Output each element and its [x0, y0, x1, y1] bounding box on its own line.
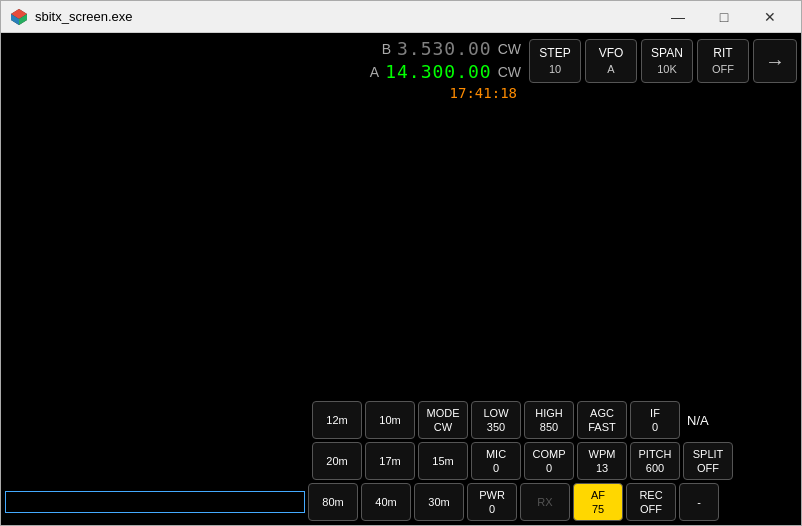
mic-value: 0 [493, 461, 499, 475]
band-10m-button[interactable]: 10m [365, 401, 415, 439]
bottom-section: 12m 10m MODE CW LOW 350 HIGH 850 AGC FAS… [1, 401, 801, 525]
top-controls: STEP 10 VFO A SPAN 10K RIT OFF → [529, 39, 797, 83]
split-value: OFF [697, 461, 719, 475]
menu-button[interactable]: → [753, 39, 797, 83]
comp-top-label: COMP [533, 447, 566, 461]
mode-top-label: MODE [427, 406, 460, 420]
vfo-label: VFO [599, 46, 624, 62]
minimize-button[interactable]: — [655, 1, 701, 33]
clock-display: 17:41:18 [450, 85, 521, 101]
main-content: B 3.530.00 CW A 14.300.00 CW 17:41:18 ST… [1, 33, 801, 525]
comp-button[interactable]: COMP 0 [524, 442, 574, 480]
button-row-3: 80m 40m 30m PWR 0 RX AF 75 REC OFF - [5, 483, 797, 521]
freq-b-label: B [379, 40, 391, 58]
pwr-value: 0 [489, 502, 495, 516]
pitch-top-label: PITCH [639, 447, 672, 461]
rec-value: OFF [640, 502, 662, 516]
freq-a-mode: CW [498, 63, 521, 81]
low-button[interactable]: LOW 350 [471, 401, 521, 439]
button-row-1: 12m 10m MODE CW LOW 350 HIGH 850 AGC FAS… [5, 401, 797, 439]
if-top-label: IF [650, 406, 660, 420]
band-17m-button[interactable]: 17m [365, 442, 415, 480]
af-button[interactable]: AF 75 [573, 483, 623, 521]
freq-row-b: B 3.530.00 CW [379, 37, 521, 60]
high-button[interactable]: HIGH 850 [524, 401, 574, 439]
low-value: 350 [487, 420, 505, 434]
wpm-top-label: WPM [589, 447, 616, 461]
mic-button[interactable]: MIC 0 [471, 442, 521, 480]
agc-button[interactable]: AGC FAST [577, 401, 627, 439]
vfo-value: A [607, 62, 614, 76]
af-top-label: AF [591, 488, 605, 502]
rec-top-label: REC [639, 488, 662, 502]
span-button[interactable]: SPAN 10K [641, 39, 693, 83]
split-button[interactable]: SPLIT OFF [683, 442, 733, 480]
rx-button[interactable]: RX [520, 483, 570, 521]
pwr-button[interactable]: PWR 0 [467, 483, 517, 521]
split-top-label: SPLIT [693, 447, 724, 461]
text-input[interactable] [5, 491, 305, 513]
rit-label: RIT [713, 46, 732, 62]
mode-button[interactable]: MODE CW [418, 401, 468, 439]
header-row: B 3.530.00 CW A 14.300.00 CW 17:41:18 ST… [1, 33, 801, 102]
band-80m-button[interactable]: 80m [308, 483, 358, 521]
app-window: sbitx_screen.exe — □ ✕ B 3.530.00 CW A 1… [0, 0, 802, 526]
band-30m-button[interactable]: 30m [414, 483, 464, 521]
agc-value: FAST [588, 420, 616, 434]
dash-button[interactable]: - [679, 483, 719, 521]
maximize-button[interactable]: □ [701, 1, 747, 33]
freq-row-a: A 14.300.00 CW [367, 60, 521, 83]
window-controls: — □ ✕ [655, 1, 793, 33]
vfo-button[interactable]: VFO A [585, 39, 637, 83]
rit-value: OFF [712, 62, 734, 76]
high-top-label: HIGH [535, 406, 563, 420]
step-value: 10 [549, 62, 561, 76]
band-15m-button[interactable]: 15m [418, 442, 468, 480]
window-title: sbitx_screen.exe [35, 9, 655, 24]
freq-a-value: 14.300.00 [385, 60, 492, 83]
app-icon [9, 7, 29, 27]
mic-top-label: MIC [486, 447, 506, 461]
comp-value: 0 [546, 461, 552, 475]
wpm-value: 13 [596, 461, 608, 475]
mode-value: CW [434, 420, 452, 434]
close-button[interactable]: ✕ [747, 1, 793, 33]
step-button[interactable]: STEP 10 [529, 39, 581, 83]
rec-button[interactable]: REC OFF [626, 483, 676, 521]
rit-button[interactable]: RIT OFF [697, 39, 749, 83]
agc-top-label: AGC [590, 406, 614, 420]
na-label: N/A [687, 413, 709, 428]
pwr-top-label: PWR [479, 488, 505, 502]
wpm-button[interactable]: WPM 13 [577, 442, 627, 480]
span-value: 10K [657, 62, 677, 76]
freq-display: B 3.530.00 CW A 14.300.00 CW 17:41:18 [367, 37, 525, 102]
freq-b-mode: CW [498, 40, 521, 58]
if-button[interactable]: IF 0 [630, 401, 680, 439]
freq-a-label: A [367, 63, 379, 81]
step-label: STEP [539, 46, 570, 62]
band-12m-button[interactable]: 12m [312, 401, 362, 439]
af-value: 75 [592, 502, 604, 516]
span-label: SPAN [651, 46, 683, 62]
pitch-button[interactable]: PITCH 600 [630, 442, 680, 480]
low-top-label: LOW [483, 406, 508, 420]
band-40m-button[interactable]: 40m [361, 483, 411, 521]
if-value: 0 [652, 420, 658, 434]
button-row-2: 20m 17m 15m MIC 0 COMP 0 WPM 13 PITCH 60… [5, 442, 797, 480]
high-value: 850 [540, 420, 558, 434]
titlebar: sbitx_screen.exe — □ ✕ [1, 1, 801, 33]
pitch-value: 600 [646, 461, 664, 475]
band-20m-button[interactable]: 20m [312, 442, 362, 480]
freq-b-value: 3.530.00 [397, 37, 492, 60]
